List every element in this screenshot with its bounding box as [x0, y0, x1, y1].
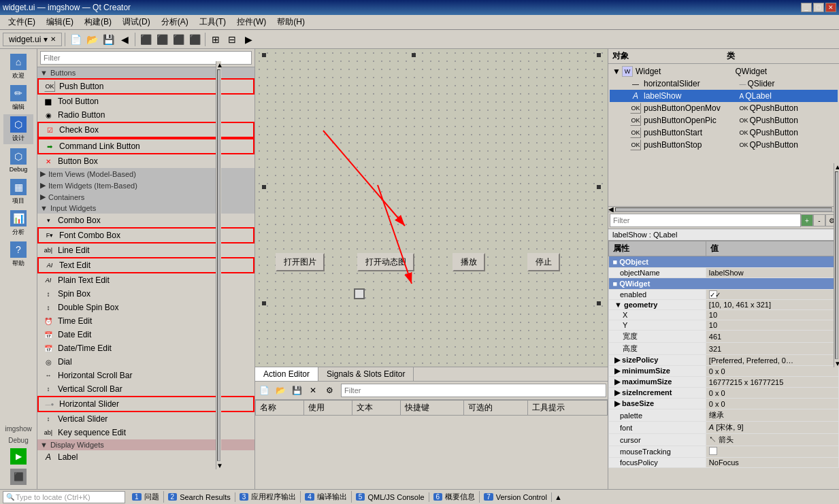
widget-item-combo-box[interactable]: ▾ Combo Box — [37, 214, 254, 227]
handle-tl[interactable] — [262, 53, 266, 57]
menu-controls[interactable]: 控件(W) — [231, 15, 272, 29]
tree-item-pushbtn-start[interactable]: OK pushButtonStart OK QPushButton — [610, 127, 838, 139]
toolbar-back[interactable]: ◀ — [117, 32, 132, 47]
widget-item-button-box[interactable]: ✕ Button Box — [37, 154, 254, 168]
widget-item-text-edit[interactable]: AI Text Edit — [37, 257, 254, 273]
tab-arrow[interactable]: ▾ — [44, 35, 48, 44]
handle-mr[interactable] — [597, 185, 601, 189]
menu-file[interactable]: 文件(E) — [3, 15, 41, 29]
toolbar-align-left[interactable]: ⬛ — [138, 32, 153, 47]
props-filter-minus[interactable]: - — [813, 214, 825, 226]
status-arrow-up[interactable]: ▲ — [555, 493, 562, 501]
slider-handle[interactable] — [354, 288, 365, 299]
btn-stop[interactable]: 停止 — [527, 253, 560, 271]
handle-bm2[interactable] — [597, 301, 601, 305]
handle-bm[interactable] — [262, 301, 266, 305]
props-row-sizeincrement[interactable]: ▶ sizeIncrement 0 x 0 — [609, 388, 839, 399]
tab-widget-ui[interactable]: widget.ui ▾ ✕ — [3, 33, 62, 46]
status-version-control[interactable]: 7 Version Control — [480, 492, 552, 502]
minimize-btn[interactable]: _ — [801, 3, 812, 12]
widget-item-h-scroll-bar[interactable]: ↔ Horizontal Scroll Bar — [37, 369, 254, 382]
sidebar-item-debug[interactable]: ⬡ Debug — [3, 146, 33, 175]
btn-open-pic[interactable]: 打开图片 — [276, 253, 325, 271]
sidebar-item-welcome[interactable]: ⌂ 欢迎 — [3, 52, 33, 82]
props-scroll-down[interactable]: ▼ — [834, 360, 839, 367]
toolbar-preview[interactable]: ▶ — [241, 32, 256, 47]
widget-scroll-up[interactable]: ▲ — [216, 61, 221, 69]
toolbar-grid2[interactable]: ⊟ — [225, 32, 240, 47]
widget-item-check-box[interactable]: ☑ Check Box — [37, 122, 254, 138]
props-val-width[interactable]: 461 — [706, 331, 838, 343]
tree-item-pushbtn-stop[interactable]: OK pushButtonStop OK QPushButton — [610, 139, 838, 151]
action-filter-input[interactable] — [341, 384, 606, 397]
props-row-y[interactable]: Y 10 — [609, 320, 839, 331]
props-val-y[interactable]: 10 — [706, 320, 838, 331]
menu-analyze[interactable]: 分析(A) — [156, 15, 194, 29]
sidebar-stop[interactable]: ⬛ — [10, 469, 27, 485]
widget-item-date-edit[interactable]: 📅 Date Edit — [37, 328, 254, 341]
tree-item-pushbtn-openpic[interactable]: OK pushButtonOpenPic OK QPushButton — [610, 114, 838, 127]
props-filter-input[interactable] — [610, 214, 801, 227]
props-row-mousetracking[interactable]: mouseTracking — [609, 446, 839, 458]
widget-scroll-down[interactable]: ▼ — [216, 462, 221, 469]
tree-item-widget[interactable]: ▼ W Widget QWidget — [610, 65, 838, 78]
status-compile-output[interactable]: 4 编译输出 — [301, 491, 352, 503]
widget-item-h-slider[interactable]: —● Horizontal Slider — [37, 396, 254, 412]
tab-action-editor[interactable]: Action Editor — [255, 367, 318, 381]
props-row-height[interactable]: 高度 321 — [609, 343, 839, 355]
maximize-btn[interactable]: □ — [813, 3, 824, 12]
status-qml-console[interactable]: 5 QML/JS Console — [352, 492, 429, 502]
action-folder-btn[interactable]: 📂 — [273, 383, 288, 398]
sidebar-item-edit[interactable]: ✏ 编辑 — [3, 83, 33, 113]
props-row-palette[interactable]: palette 继承 — [609, 409, 839, 422]
props-row-minsize[interactable]: ▶ minimumSize 0 x 0 — [609, 366, 839, 377]
props-val-x[interactable]: 10 — [706, 310, 838, 320]
props-val-enabled[interactable]: ✓ — [706, 290, 838, 300]
props-row-maxsize[interactable]: ▶ maximumSize 16777215 x 16777215 — [609, 377, 839, 388]
menu-edit[interactable]: 编辑(E) — [41, 15, 79, 29]
widget-item-spin-box[interactable]: ↕ Spin Box — [37, 287, 254, 301]
handle-ml[interactable] — [262, 185, 266, 189]
sidebar-play[interactable]: ▶ — [10, 448, 27, 465]
props-filter-plus[interactable]: + — [801, 214, 813, 226]
widget-item-line-edit[interactable]: ab| Line Edit — [37, 243, 254, 257]
props-row-focuspolicy[interactable]: focusPolicy NoFocus — [609, 458, 839, 468]
props-row-cursor[interactable]: cursor ↖ 箭头 — [609, 434, 839, 446]
widget-item-key-seq-edit[interactable]: ab| Key sequence Edit — [37, 426, 254, 439]
widget-item-v-scroll-bar[interactable]: ↕ Vertical Scroll Bar — [37, 382, 254, 396]
menu-debug[interactable]: 调试(D) — [117, 15, 156, 29]
tab-close-icon[interactable]: ✕ — [50, 35, 56, 43]
sidebar-item-help[interactable]: ? 帮助 — [3, 239, 33, 269]
menu-tools[interactable]: 工具(T) — [194, 15, 231, 29]
sidebar-item-analyze[interactable]: 📊 分析 — [3, 208, 33, 238]
props-row-enabled[interactable]: enabled ✓ — [609, 290, 839, 300]
menu-help[interactable]: 帮助(H) — [272, 15, 310, 29]
handle-tr[interactable] — [597, 53, 601, 57]
tab-signals-slots[interactable]: Signals & Slots Editor — [318, 367, 414, 381]
widget-item-tool-button[interactable]: ◼ Tool Button — [37, 95, 254, 108]
widget-item-radio-button[interactable]: ◉ Radio Button — [37, 108, 254, 122]
props-row-font[interactable]: font A [宋体, 9] — [609, 422, 839, 434]
sidebar-item-design[interactable]: ⬡ 设计 — [3, 114, 33, 144]
status-summary[interactable]: 6 概要信息 — [429, 491, 480, 503]
widget-item-plain-text-edit[interactable]: AI Plain Text Edit — [37, 273, 254, 287]
sidebar-item-project[interactable]: ▦ 项目 — [3, 177, 33, 207]
tree-item-pushbtn-openmov[interactable]: OK pushButtonOpenMov OK QPushButton — [610, 102, 838, 114]
menu-build[interactable]: 构建(B) — [79, 15, 117, 29]
props-row-basesize[interactable]: ▶ baseSize 0 x 0 — [609, 399, 839, 409]
widget-item-time-edit[interactable]: ⏰ Time Edit — [37, 314, 254, 328]
action-settings-btn[interactable]: ⚙ — [322, 383, 337, 398]
action-new-btn[interactable]: 📄 — [257, 383, 272, 398]
btn-play[interactable]: 播放 — [453, 253, 485, 271]
toolbar-new[interactable]: 📄 — [68, 32, 83, 47]
toolbar-save[interactable]: 💾 — [101, 32, 116, 47]
widget-item-dial[interactable]: ◎ Dial — [37, 355, 254, 369]
widget-item-v-slider[interactable]: ↕ Vertical Slider — [37, 412, 254, 426]
btn-open-anim[interactable]: 打开动态图 — [357, 253, 414, 271]
toolbar-align-top[interactable]: ⬛ — [187, 32, 202, 47]
close-btn[interactable]: ✕ — [825, 3, 836, 12]
toolbar-align-right[interactable]: ⬛ — [171, 32, 186, 47]
props-row-geometry[interactable]: ▼ geometry [10, 10, 461 x 321] — [609, 300, 839, 310]
widget-item-command-link[interactable]: ➡ Command Link Button — [37, 138, 254, 154]
props-scroll-up[interactable]: ▲ — [834, 163, 839, 171]
